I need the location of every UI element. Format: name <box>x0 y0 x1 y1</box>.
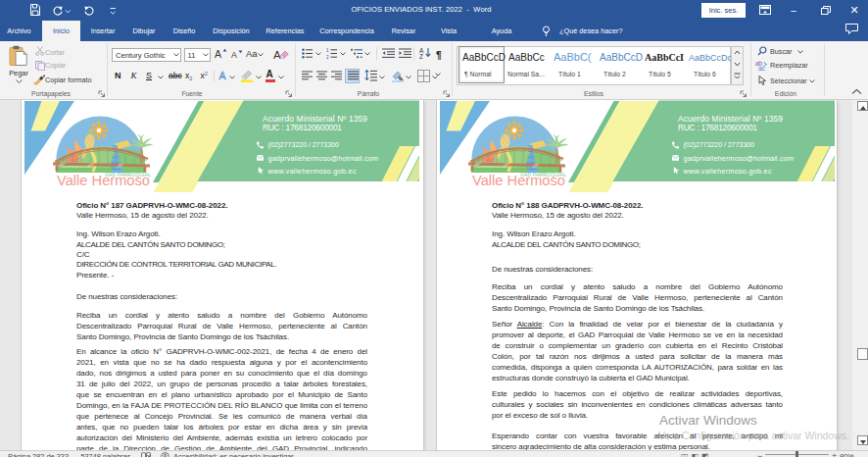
svg-text:GAD PARROQUIAL: GAD PARROQUIAL <box>520 172 567 178</box>
svg-text:A: A <box>273 49 281 61</box>
svg-text:GAD PARROQUIAL: GAD PARROQUIAL <box>105 172 152 178</box>
svg-text:gadprvallehermoso@hotmail.com: gadprvallehermoso@hotmail.com <box>684 154 795 163</box>
svg-text:Acuerdo Ministerial Nº 1359: Acuerdo Ministerial Nº 1359 <box>678 114 783 124</box>
svg-text:(02)2773220 / 2773300: (02)2773220 / 2773300 <box>268 140 340 149</box>
svg-text:gadprvallehermoso@hotmail.com: gadprvallehermoso@hotmail.com <box>268 154 379 163</box>
svg-text:1: 1 <box>326 48 329 53</box>
svg-text:RUC : 1768120600001: RUC : 1768120600001 <box>678 123 757 132</box>
svg-text:www.vallehermoso.gob.ec: www.vallehermoso.gob.ec <box>683 167 772 176</box>
svg-text:Acuerdo Ministerial Nº 1359: Acuerdo Ministerial Nº 1359 <box>263 114 367 124</box>
svg-text:www.vallehermoso.gob.ec: www.vallehermoso.gob.ec <box>267 167 357 176</box>
svg-text:Z: Z <box>419 53 423 59</box>
svg-text:2: 2 <box>326 54 329 58</box>
svg-text:(02)2773220 / 2773300: (02)2773220 / 2773300 <box>684 140 755 149</box>
svg-text:RUC : 1768120600001: RUC : 1768120600001 <box>263 123 342 132</box>
